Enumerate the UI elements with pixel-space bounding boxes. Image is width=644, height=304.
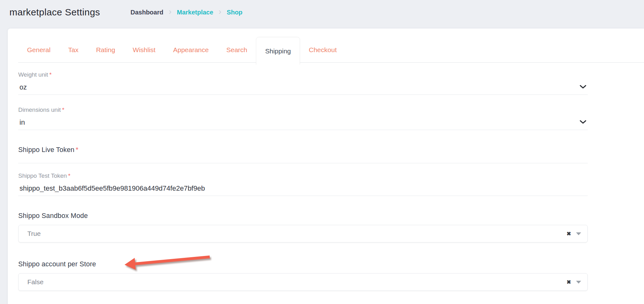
shippo-account-per-store-value: False — [27, 278, 43, 286]
dimensions-unit-label: Dimensions unit* — [18, 106, 588, 114]
chevron-down-icon[interactable] — [580, 120, 586, 125]
tab-general[interactable]: General — [18, 37, 59, 63]
shippo-test-token-input[interactable]: shippo_test_b3aab6f5d5ee5fb9e981906a449d… — [18, 182, 588, 196]
select-controls: ✖ — [567, 279, 581, 285]
field-shippo-sandbox-mode: Shippo Sandbox Mode True ✖ — [18, 212, 588, 242]
dimensions-unit-value: in — [19, 118, 25, 127]
tab-shipping[interactable]: Shipping — [256, 37, 300, 65]
tab-wishlist[interactable]: Wishlist — [124, 37, 164, 63]
breadcrumb-item-shop[interactable]: Shop — [227, 9, 242, 16]
settings-card: General Tax Rating Wishlist Appearance S… — [8, 29, 644, 304]
shippo-account-per-store-select[interactable]: False ✖ — [18, 273, 588, 291]
tab-appearance[interactable]: Appearance — [164, 37, 217, 63]
clear-icon[interactable]: ✖ — [567, 279, 571, 285]
dimensions-unit-select[interactable]: in — [18, 116, 588, 130]
field-shippo-test-token: Shippo Test Token* shippo_test_b3aab6f5d… — [18, 172, 588, 196]
shippo-test-token-label: Shippo Test Token* — [18, 172, 588, 180]
field-shippo-live-token: Shippo Live Token* — [18, 146, 588, 163]
weight-unit-value: oz — [19, 83, 27, 91]
field-shippo-account-per-store: Shippo account per Store False ✖ — [18, 260, 588, 291]
shipping-settings-form: Weight unit* oz Dimensions unit* in — [18, 71, 588, 291]
shippo-account-per-store-label: Shippo account per Store — [18, 260, 588, 268]
tab-bar: General Tax Rating Wishlist Appearance S… — [8, 29, 644, 63]
select-controls: ✖ — [567, 231, 581, 237]
chevron-down-icon[interactable] — [580, 84, 586, 90]
page-title: marketplace Settings — [9, 7, 100, 18]
shippo-test-token-value: shippo_test_b3aab6f5d5ee5fb9e981906a449d… — [19, 184, 205, 193]
weight-unit-select[interactable]: oz — [18, 81, 588, 95]
tab-tax[interactable]: Tax — [59, 37, 87, 63]
breadcrumb-item-dashboard[interactable]: Dashboard — [130, 9, 163, 16]
dropdown-arrow-icon[interactable] — [576, 281, 581, 284]
tab-search[interactable]: Search — [218, 37, 256, 63]
top-bar: marketplace Settings Dashboard › Marketp… — [0, 0, 644, 24]
shippo-live-token-label: Shippo Live Token* — [18, 146, 588, 154]
dropdown-arrow-icon[interactable] — [576, 232, 581, 235]
chevron-right-icon: › — [219, 8, 221, 16]
shippo-live-token-input[interactable] — [18, 154, 588, 163]
breadcrumb: Dashboard › Marketplace › Shop — [130, 0, 242, 24]
clear-icon[interactable]: ✖ — [567, 231, 571, 237]
field-weight-unit: Weight unit* oz — [18, 71, 588, 95]
tab-checkout[interactable]: Checkout — [300, 37, 346, 63]
tab-rating[interactable]: Rating — [87, 37, 124, 63]
tab-bar-divider — [18, 62, 644, 63]
breadcrumb-item-marketplace[interactable]: Marketplace — [177, 9, 213, 16]
field-dimensions-unit: Dimensions unit* in — [18, 106, 588, 130]
weight-unit-label: Weight unit* — [18, 71, 588, 79]
shippo-sandbox-mode-select[interactable]: True ✖ — [18, 225, 588, 242]
chevron-right-icon: › — [169, 8, 171, 16]
shippo-sandbox-mode-value: True — [27, 230, 41, 237]
shippo-sandbox-mode-label: Shippo Sandbox Mode — [18, 212, 588, 220]
